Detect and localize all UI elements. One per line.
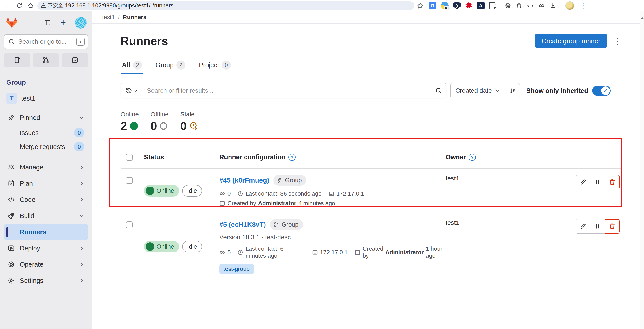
sidebar-item-label: Code bbox=[20, 196, 35, 203]
row-checkbox[interactable] bbox=[126, 177, 133, 184]
bookmark-star-icon[interactable] bbox=[416, 2, 424, 9]
todo-shortcut-icon bbox=[71, 57, 78, 64]
security-warning[interactable]: 不安全 bbox=[40, 2, 63, 9]
owner-link[interactable]: test1 bbox=[446, 219, 459, 226]
todo-shortcut-button[interactable] bbox=[62, 53, 88, 67]
search-input[interactable] bbox=[18, 38, 73, 45]
global-search[interactable]: / bbox=[4, 35, 88, 49]
sidebar-item-operate[interactable]: Operate bbox=[4, 256, 88, 272]
runner-tabs: All 2 Group 2 Project 0 bbox=[120, 58, 622, 74]
divider bbox=[0, 73, 92, 73]
sidebar-item-plan[interactable]: Plan bbox=[4, 175, 88, 191]
gitlab-logo[interactable] bbox=[6, 17, 18, 29]
trash-icon bbox=[609, 223, 616, 230]
chevron-right-icon bbox=[79, 245, 84, 251]
sort-direction-button[interactable] bbox=[505, 84, 520, 98]
table-header-row: Status Runner configuration ? Owner ? bbox=[120, 146, 622, 169]
reload-icon[interactable] bbox=[15, 1, 24, 10]
pause-runner-button[interactable] bbox=[590, 175, 605, 189]
last-contact: Last contact: 6 minutes ago bbox=[237, 245, 305, 259]
trash-browser-icon[interactable] bbox=[516, 2, 522, 9]
sidebar-item-deploy[interactable]: Deploy bbox=[4, 240, 88, 256]
filter-search-input[interactable] bbox=[142, 87, 431, 94]
delete-runner-button[interactable] bbox=[605, 219, 620, 234]
status-online-badge: Online bbox=[144, 185, 179, 197]
group-runner-type-icon bbox=[273, 221, 279, 228]
pencil-icon bbox=[580, 223, 586, 230]
runner-tag[interactable]: test-group bbox=[219, 264, 254, 274]
operate-icon bbox=[8, 261, 15, 268]
browser-profile-avatar[interactable] bbox=[566, 1, 574, 10]
sidebar-item-label: Manage bbox=[20, 164, 44, 171]
merge-requests-shortcut-button[interactable] bbox=[33, 53, 59, 67]
plan-icon bbox=[8, 180, 15, 187]
chevron-right-icon bbox=[79, 278, 84, 283]
row-checkbox[interactable] bbox=[126, 221, 133, 228]
breadcrumb-group-link[interactable]: test1 bbox=[102, 14, 115, 21]
warning-triangle-icon bbox=[40, 3, 46, 9]
search-submit-icon[interactable] bbox=[431, 87, 446, 94]
browser-menu-icon[interactable]: ⋮ bbox=[578, 2, 588, 9]
home-icon[interactable] bbox=[26, 1, 35, 10]
pause-icon bbox=[594, 179, 601, 185]
runners-menu-kebab-icon[interactable]: ⋮ bbox=[613, 36, 622, 46]
owner-link[interactable]: test1 bbox=[446, 175, 459, 182]
chevron-down-icon bbox=[134, 89, 138, 93]
a-extension-icon[interactable]: A bbox=[477, 2, 484, 10]
edit-runner-button[interactable] bbox=[576, 219, 590, 234]
user-avatar[interactable] bbox=[75, 17, 86, 29]
scroll-up-arrow-icon[interactable] bbox=[641, 17, 644, 19]
sidebar-item-build[interactable]: Build bbox=[4, 208, 88, 224]
help-icon[interactable]: ? bbox=[468, 154, 476, 161]
chevron-down-icon bbox=[495, 88, 500, 93]
search-history-dropdown[interactable] bbox=[121, 84, 142, 98]
select-all-checkbox[interactable] bbox=[126, 154, 133, 161]
create-group-runner-button[interactable]: Create group runner bbox=[535, 34, 607, 48]
deploy-icon bbox=[8, 245, 15, 252]
maple-extension-icon[interactable] bbox=[465, 2, 472, 9]
runner-row: Online Idle #5 (ecH1K8vT) Group Version … bbox=[120, 213, 622, 280]
create-new-icon[interactable]: + bbox=[59, 19, 67, 27]
pause-icon bbox=[594, 223, 601, 230]
clipboard-extension-icon[interactable] bbox=[489, 2, 495, 9]
show-only-inherited-toggle[interactable]: ✓ bbox=[592, 86, 611, 96]
browser-toolbar: ← 不安全 192.168.1.102:9980/groups/test1/-/… bbox=[0, 0, 644, 11]
sidebar-item-code[interactable]: Code bbox=[4, 191, 88, 208]
help-icon[interactable]: ? bbox=[288, 154, 296, 161]
delete-runner-button[interactable] bbox=[605, 175, 620, 189]
back-icon[interactable]: ← bbox=[4, 1, 12, 10]
sidebar-item-manage[interactable]: Manage bbox=[4, 159, 88, 175]
issues-shortcut-button[interactable] bbox=[4, 53, 30, 67]
sidebar-item-pinned[interactable]: Pinned bbox=[4, 110, 88, 126]
page-scrollbar[interactable] bbox=[640, 11, 644, 329]
tab-group[interactable]: Group 2 bbox=[154, 58, 187, 74]
status-idle-badge: Idle bbox=[182, 185, 202, 197]
badge-extension-icon[interactable]: 41 bbox=[441, 2, 448, 10]
address-bar[interactable]: 不安全 192.168.1.102:9980/groups/test1/-/ru… bbox=[37, 1, 414, 10]
runner-link[interactable]: #45 (k0rFmueg) bbox=[219, 176, 269, 184]
sort-by-dropdown[interactable]: Created date bbox=[450, 84, 505, 98]
link-browser-icon[interactable] bbox=[538, 2, 545, 9]
sidebar-item-issues[interactable]: Issues 0 bbox=[4, 126, 88, 140]
jobs-link-icon bbox=[219, 249, 226, 255]
runner-link[interactable]: #5 (ecH1K8vT) bbox=[219, 221, 266, 228]
tab-project[interactable]: Project 0 bbox=[198, 58, 232, 74]
sidebar-item-settings[interactable]: Settings bbox=[4, 272, 88, 289]
download-icon[interactable] bbox=[550, 2, 556, 9]
jobs-count[interactable]: 0 bbox=[219, 190, 230, 197]
calendar-icon bbox=[354, 249, 360, 255]
sidebar-toggle-icon[interactable] bbox=[44, 19, 52, 27]
code-browser-icon[interactable] bbox=[527, 2, 534, 9]
edit-runner-button[interactable] bbox=[576, 175, 590, 189]
translate-extension-icon[interactable]: G bbox=[429, 2, 436, 10]
shield-extension-icon[interactable]: ❯ bbox=[453, 2, 461, 10]
pause-runner-button[interactable] bbox=[590, 219, 605, 234]
filtered-search[interactable] bbox=[120, 83, 446, 98]
sidebar-item-merge-requests[interactable]: Merge requests 0 bbox=[4, 140, 88, 154]
sidebar-item-runners[interactable]: Runners bbox=[4, 224, 88, 240]
sidebar-group-link[interactable]: T test1 bbox=[4, 91, 88, 110]
incognito-icon[interactable] bbox=[504, 2, 511, 9]
breadcrumb-page: Runners bbox=[123, 14, 146, 21]
jobs-count[interactable]: 5 bbox=[219, 249, 230, 256]
tab-all[interactable]: All 2 bbox=[120, 58, 143, 74]
